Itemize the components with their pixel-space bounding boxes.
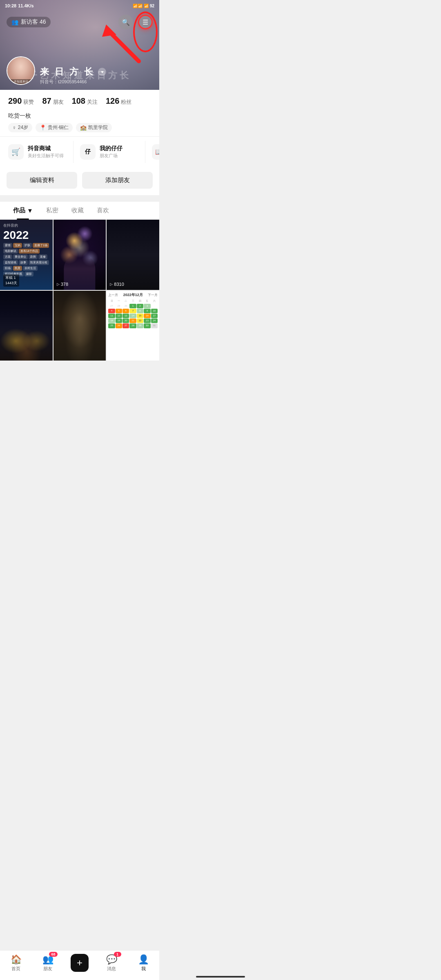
status-bar: 10:28 11.4K/s 📶📶 📶 92 <box>0 0 159 11</box>
profile-id: 抖音号：t20905954466 <box>40 79 106 85</box>
name-dropdown-icon[interactable]: ▼ <box>98 68 106 76</box>
shop-text: 抖音商城 美好生活触手可得 <box>28 145 64 159</box>
cal-day: 27 <box>122 323 129 328</box>
tag-story: 故事 <box>19 260 28 265</box>
grid-item-food[interactable] <box>53 291 106 361</box>
cal-day: 3 <box>144 304 150 308</box>
grid-item-calendar[interactable]: 上一月 2022年12月 下一月 日 一 二 三 四 五 六 27 28 29 … <box>107 291 159 361</box>
bio-section: 吃货一枚 ♀ 24岁 📍 贵州·铜仁 🏫 凯里学院 <box>0 111 159 136</box>
search-button[interactable]: 🔍 <box>118 15 133 29</box>
top-actions: 👥 新访客 46 🔍 ☰ <box>0 11 159 33</box>
menu-button[interactable]: ☰ <box>138 15 153 29</box>
calendar-grid: 日 一 二 三 四 五 六 27 28 29 1 2 3 4 5 6 7 8 9… <box>108 299 158 328</box>
tag-age-label: 24岁 <box>18 124 28 131</box>
tag-drama: 剧剪 <box>29 254 38 259</box>
content-grid: 在抖音的 2022 爱情 宝妈 护肤 直播了1场 电影解说 发布14个作品 古装… <box>0 220 159 361</box>
tab-likes[interactable]: 喜欢 <box>90 202 116 219</box>
cal-day: 20 <box>122 318 129 323</box>
stat-friends[interactable]: 87 朋友 <box>42 96 63 106</box>
stat-following[interactable]: 108 关注 <box>72 96 98 106</box>
likes-count: 290 <box>8 96 22 106</box>
stat-likes[interactable]: 290 获赞 <box>8 96 34 106</box>
battery: 92 <box>150 4 154 8</box>
cal-day: 11 <box>108 314 115 318</box>
grid-item-dark[interactable]: ▷ 8310 <box>107 220 159 290</box>
cal-day: 14 <box>129 314 136 318</box>
tag-location[interactable]: 📍 贵州·铜仁 <box>36 123 73 132</box>
tab-works[interactable]: 作品 ▼ <box>7 202 40 219</box>
tag-rural: 农村生活 <box>23 266 38 271</box>
cal-day: 16 <box>144 314 150 318</box>
tab-private[interactable]: 私密 <box>40 202 65 219</box>
profile-name-area: 来 日 方 长 ▼ 抖音号：t20905954466 <box>40 66 106 85</box>
tag-live: 直播了1场 <box>33 243 49 248</box>
tag-age[interactable]: ♀ 24岁 <box>8 123 32 132</box>
cal-day: 31 <box>151 323 158 328</box>
wifi-icon: 📶 <box>144 4 149 8</box>
cal-day: 4 <box>108 309 115 313</box>
tag-love: 爱情 <box>3 243 12 248</box>
cal-prev[interactable]: 上一月 <box>108 293 118 297</box>
shop-icon: 🛒 <box>8 144 24 160</box>
cal-day: 24 <box>151 318 158 323</box>
action-buttons: 编辑资料 添加朋友 <box>0 167 159 195</box>
stats-section: 290 获赞 87 朋友 108 关注 126 粉丝 <box>0 90 159 111</box>
cal-day: 25 <box>108 323 115 328</box>
grid-item-recap[interactable]: 在抖音的 2022 爱情 宝妈 护肤 直播了1场 电影解说 发布14个作品 古装… <box>0 220 53 290</box>
profile-name: 来 日 方 长 ▼ <box>40 66 106 78</box>
grid-item-fireworks[interactable]: ▷ 378 <box>53 220 106 290</box>
shop-title: 抖音商城 <box>28 145 64 152</box>
cal-next[interactable]: 下一月 <box>148 293 158 297</box>
friends-text: 我的仔仔 朋友广场 <box>100 145 122 159</box>
tags-row: ♀ 24岁 📍 贵州·铜仁 🏫 凯里学院 <box>8 123 151 132</box>
friends-label: 朋友 <box>53 98 64 106</box>
cal-sun: 日 <box>108 299 115 303</box>
visitors-button[interactable]: 👥 新访客 46 <box>7 17 51 27</box>
cal-day: 21 <box>129 318 136 323</box>
profile-header: 子艺术知道来日方长 👥 新访客 46 🔍 ☰ 不知道来日 <box>0 0 159 90</box>
tab-favorites[interactable]: 收藏 <box>65 202 90 219</box>
tag-kaili: 凯里 <box>13 266 22 271</box>
draft-age: 1443天 <box>5 281 17 285</box>
draft-badge: 草稿 1 1443天 <box>3 274 19 287</box>
cal-day: 29 <box>137 323 143 328</box>
tag-rental: 凯里房屋出租 <box>29 260 49 265</box>
cal-day: 8 <box>137 309 143 313</box>
tag-location-label: 贵州·铜仁 <box>48 124 69 131</box>
cal-day: 18 <box>108 318 115 323</box>
grid-item-night-street[interactable] <box>0 291 53 361</box>
status-right: 📶📶 📶 92 <box>133 4 154 8</box>
tag-works: 发布14个作品 <box>19 249 40 254</box>
menu-icon: ☰ <box>143 18 148 26</box>
street-lights <box>0 312 53 361</box>
quick-link-book[interactable]: 📖 我 仅... <box>152 141 159 163</box>
play-count-dark: ▷ 8310 <box>110 282 124 287</box>
tag-school[interactable]: 🏫 凯里学院 <box>76 123 112 132</box>
cal-day: 6 <box>122 309 129 313</box>
play-count-label: 378 <box>61 282 68 287</box>
calendar-header: 上一月 2022年12月 下一月 <box>108 292 158 298</box>
tag-school-label: 凯里学院 <box>88 124 108 131</box>
cal-day: 17 <box>151 314 158 318</box>
visitors-label: 新访客 46 <box>21 18 46 26</box>
tag-game: 益智游戏 <box>3 260 18 265</box>
cal-day: 23 <box>144 318 150 323</box>
stat-followers[interactable]: 126 粉丝 <box>106 96 131 106</box>
quick-link-friends[interactable]: 仔 我的仔仔 朋友广场 <box>80 141 145 163</box>
avatar[interactable]: 不知道来日 <box>7 56 35 85</box>
cal-sat: 六 <box>151 299 158 303</box>
book-icon: 📖 <box>152 144 159 160</box>
add-friend-button[interactable]: 添加朋友 <box>82 172 153 189</box>
edit-profile-button[interactable]: 编辑资料 <box>7 172 77 189</box>
top-icons: 🔍 ☰ <box>118 15 153 29</box>
cal-thu: 四 <box>137 299 143 303</box>
recap-year-num: 2022 <box>3 229 49 241</box>
profile-info-section: 不知道来日 来 日 方 长 ▼ 抖音号：t20905954466 <box>7 56 106 85</box>
recap-year-text: 在抖音的 <box>3 223 49 228</box>
tab-dropdown-icon: ▼ <box>27 207 33 214</box>
following-label: 关注 <box>87 98 98 106</box>
quick-link-shop[interactable]: 🛒 抖音商城 美好生活触手可得 <box>8 141 74 163</box>
tab-works-label: 作品 <box>13 207 25 214</box>
cal-day: 30 <box>144 323 150 328</box>
cal-day: 2 <box>137 304 143 308</box>
